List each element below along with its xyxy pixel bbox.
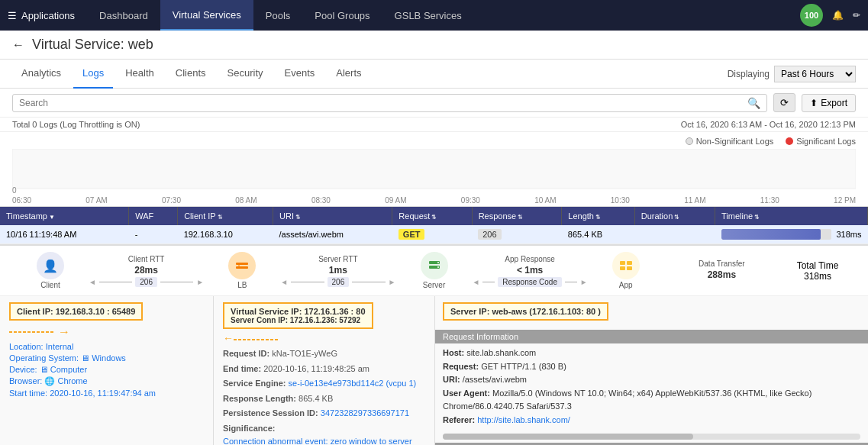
conn-badge-left: 206	[135, 277, 157, 287]
conn-badge-right: 206	[328, 277, 350, 287]
hamburger-icon: ☰	[8, 10, 17, 21]
tab-logs[interactable]: Logs	[73, 60, 113, 89]
tab-alerts[interactable]: Alerts	[327, 60, 370, 89]
col-client-ip[interactable]: Client IP⇅	[178, 207, 273, 225]
status-bar: Total 0 Logs (Log Throttling is ON) Oct …	[0, 118, 868, 132]
display-filter-label: Displaying	[728, 69, 770, 79]
nav-pool-groups[interactable]: Pool Groups	[302, 0, 382, 31]
timeline-total: Total Time 318ms	[779, 260, 856, 282]
col-timeline[interactable]: Timeline⇅	[715, 207, 868, 225]
search-input-wrap[interactable]: 🔍	[12, 94, 767, 112]
table-header: Timestamp▼ WAF Client IP⇅ URI⇅ Request⇅ …	[0, 207, 868, 225]
timeline-client: 👤 Client	[12, 252, 89, 289]
request-info-header: Request Information	[435, 330, 868, 343]
service-engine-field: Service Engine: se-i-0e13e4e973bd114c2 (…	[223, 377, 425, 390]
app-label: App	[619, 281, 633, 289]
response-length-field: Response Length: 865.4 KB	[223, 392, 425, 405]
tab-clients[interactable]: Clients	[166, 60, 215, 89]
client-label: Client	[40, 281, 60, 289]
table-row[interactable]: 10/16 11:19:48 AM - 192.168.3.10 /assets…	[0, 225, 868, 244]
tab-analytics[interactable]: Analytics	[12, 60, 70, 89]
bell-icon[interactable]: 🔔	[832, 10, 844, 21]
app-menu[interactable]: ☰ Applications	[8, 10, 75, 21]
col-request[interactable]: Request⇅	[392, 207, 472, 225]
client-icon: 👤	[37, 252, 64, 279]
axis-label-11: 12 PM	[834, 196, 856, 205]
cell-length: 865.4 KB	[562, 225, 634, 244]
legend-significant-dot	[786, 137, 793, 145]
request-badge: GET	[399, 229, 425, 240]
response-info-header: Response Information	[435, 443, 868, 445]
app-response-connector: App Response < 1ms ◄ Response Code ►	[473, 255, 588, 287]
request-info-section: Request Information Host: site.lab.shank…	[435, 330, 868, 430]
device-field: Device: 🖥 Computer	[9, 365, 204, 374]
nav-virtual-services[interactable]: Virtual Services	[160, 0, 253, 31]
search-icon: 🔍	[747, 97, 760, 109]
export-button[interactable]: ⬆ Export	[802, 94, 856, 112]
server-label: Server	[423, 281, 445, 289]
app-response-label: App Response	[505, 255, 555, 263]
uri-field: URI: /assets/avi.webm	[443, 373, 860, 387]
col-timestamp[interactable]: Timestamp▼	[0, 207, 129, 225]
col-length[interactable]: Length⇅	[562, 207, 634, 225]
horizontal-scrollbar-request[interactable]	[443, 434, 860, 440]
referer-link[interactable]: http://site.lab.shank.com/	[477, 415, 570, 424]
scroll-thumb	[443, 434, 693, 440]
chart-y-label: 0	[12, 186, 17, 195]
total-logs-label: Total 0 Logs (Log Throttling is ON)	[12, 120, 140, 129]
response-badge: 206	[478, 229, 501, 240]
export-label: Export	[821, 98, 847, 108]
display-filter-select[interactable]: Past 6 Hours Past 1 Hour Past 24 Hours	[774, 66, 856, 82]
page-header: ← Virtual Service: web	[0, 31, 868, 60]
tab-events[interactable]: Events	[276, 60, 324, 89]
axis-label-5: 09 AM	[385, 196, 406, 205]
app-response-value: < 1ms	[517, 265, 543, 276]
log-table-wrap: Timestamp▼ WAF Client IP⇅ URI⇅ Request⇅ …	[0, 207, 868, 244]
start-time-field: Start time: 2020-10-16, 11:19:47:94 am	[9, 389, 204, 398]
detail-body: Client IP: 192.168.3.10 : 65489 → Locati…	[0, 296, 868, 445]
data-transfer-label: Data Transfer	[699, 260, 745, 268]
request-id-field: Request ID: kNa-TO1E-yWeG	[223, 347, 425, 360]
legend-non-significant-label: Non-Significant Logs	[696, 137, 774, 146]
timeline-bar-fill	[721, 229, 821, 240]
edit-icon[interactable]: ✏	[853, 10, 860, 21]
axis-label-6: 09:30	[461, 196, 480, 205]
refresh-button[interactable]: ⟳	[773, 93, 795, 112]
tab-health[interactable]: Health	[116, 60, 163, 89]
svg-rect-1	[236, 263, 248, 265]
chart-legend: Non-Significant Logs Significant Logs	[12, 137, 856, 146]
significance-header: Significance:	[223, 422, 425, 435]
nav-pools[interactable]: Pools	[253, 0, 303, 31]
search-bar: 🔍 ⟳ ⬆ Export	[0, 89, 868, 118]
col-duration[interactable]: Duration⇅	[634, 207, 715, 225]
browser-link[interactable]: Chrome	[58, 376, 88, 385]
col-response[interactable]: Response⇅	[472, 207, 562, 225]
device-link[interactable]: Computer	[50, 365, 87, 374]
data-transfer-value: 288ms	[708, 269, 736, 280]
svg-rect-2	[236, 266, 248, 269]
export-icon: ⬆	[810, 98, 818, 108]
vs-ip-box: Virtual Service IP: 172.16.1.36 : 80 Ser…	[223, 302, 373, 329]
nav-gslb-services[interactable]: GSLB Services	[382, 0, 474, 31]
page-title: Virtual Service: web	[32, 37, 153, 53]
response-info-section: Response Information Content Type: video…	[435, 443, 868, 445]
persistence-session-link[interactable]: 3472328297336697171	[321, 408, 409, 418]
significance-item-0[interactable]: Connection abnormal event: zero window t…	[223, 437, 425, 445]
nav-dashboard[interactable]: Dashboard	[87, 0, 160, 31]
back-button[interactable]: ←	[12, 38, 24, 52]
col-uri[interactable]: URI⇅	[273, 207, 392, 225]
server-rtt-value: 1ms	[329, 265, 347, 276]
tab-security[interactable]: Security	[218, 60, 273, 89]
server-rtt-connector: Server RTT 1ms ◄ 206 ►	[280, 255, 395, 287]
legend-significant: Significant Logs	[786, 137, 856, 146]
svg-point-6	[437, 262, 439, 263]
cell-timestamp: 10/16 11:19:48 AM	[0, 225, 129, 244]
legend-significant-label: Significant Logs	[796, 137, 856, 146]
avatar[interactable]: 100	[800, 4, 823, 27]
search-input[interactable]	[19, 98, 747, 108]
col-waf[interactable]: WAF	[129, 207, 178, 225]
service-engine-link[interactable]: se-i-0e13e4e973bd114c2 (vcpu 1)	[289, 379, 417, 388]
browser-field: Browser: 🌐 Chrome	[9, 376, 204, 386]
detail-right: Server IP: web-aws (172.16.1.103: 80 ) R…	[435, 296, 868, 445]
timeline-label: 318ms	[836, 230, 861, 239]
